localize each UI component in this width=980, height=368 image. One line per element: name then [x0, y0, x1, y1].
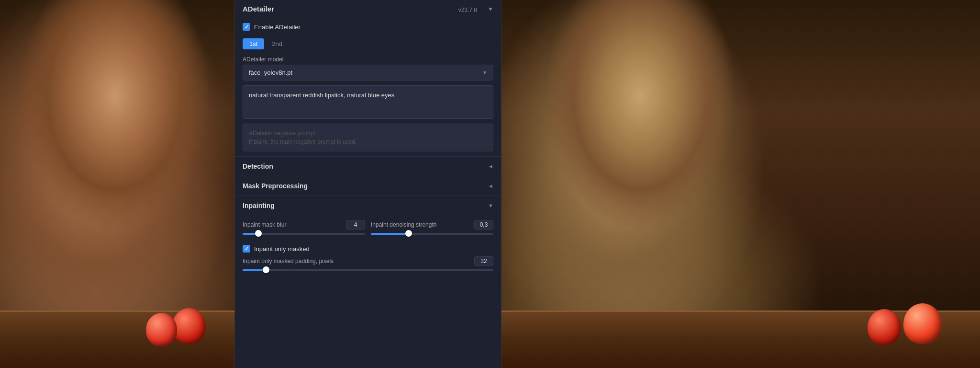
model-select[interactable]: face_yolov8n.pt ▼	[243, 65, 493, 80]
tabs-row: 1st 2nd	[235, 35, 501, 52]
select-arrow-icon: ▼	[482, 70, 487, 75]
inpainting-title: Inpainting	[243, 202, 275, 209]
enable-label: Enable ADetailer	[254, 23, 301, 31]
mask-blur-group: Inpaint mask blur 4	[243, 220, 365, 241]
inpainting-section-header[interactable]: Inpainting ▼	[235, 196, 501, 215]
tab-first[interactable]: 1st	[243, 38, 264, 49]
enable-row: Enable ADetailer	[235, 18, 501, 35]
denoising-group: Inpaint denoising strength 0,3	[371, 220, 493, 241]
dual-sliders-row: Inpaint mask blur 4 Inpaint denoising st…	[243, 220, 493, 241]
denoising-label: Inpaint denoising strength	[371, 221, 436, 228]
inpaint-only-masked-row: Inpaint only masked	[243, 245, 493, 253]
enable-checkbox[interactable]	[243, 23, 250, 31]
mask-blur-slider[interactable]	[243, 232, 365, 235]
padding-thumb[interactable]	[263, 266, 269, 273]
inpaint-only-masked-label: Inpaint only masked	[254, 245, 310, 253]
mask-blur-value[interactable]: 4	[346, 220, 365, 230]
mask-preprocessing-arrow-icon: ◄	[488, 183, 493, 189]
model-label: ADetailer model	[235, 52, 501, 65]
inpainting-arrow-icon: ▼	[488, 203, 493, 208]
padding-track	[243, 269, 493, 271]
panel-collapse-icon[interactable]: ▼	[488, 6, 493, 12]
denoising-slider[interactable]	[371, 232, 493, 235]
adetailer-panel: ADetailer v23.7.8 ▼ Enable ADetailer 1st…	[234, 0, 501, 368]
mask-blur-label: Inpaint mask blur	[243, 221, 286, 228]
background-right	[497, 0, 980, 368]
negative-placeholder-line1: ADetailer negative prompt	[249, 129, 487, 138]
padding-header: Inpaint only masked padding, pixels 32	[243, 256, 493, 266]
panel-header: ADetailer v23.7.8 ▼	[235, 0, 501, 18]
mask-preprocessing-section-header[interactable]: Mask Preprocessing ◄	[235, 176, 501, 196]
model-select-value: face_yolov8n.pt	[249, 69, 292, 76]
prompt-value: natural transparent reddish lipstick, na…	[249, 92, 394, 99]
padding-label: Inpaint only masked padding, pixels	[243, 258, 334, 264]
denoising-thumb[interactable]	[405, 230, 412, 237]
denoising-value[interactable]: 0,3	[474, 220, 493, 230]
negative-prompt-area[interactable]: ADetailer negative prompt If blank, the …	[243, 124, 493, 151]
mask-blur-thumb[interactable]	[255, 230, 262, 237]
background-left	[0, 0, 234, 368]
apple-decoration-right	[903, 303, 942, 344]
padding-value[interactable]: 32	[474, 256, 493, 266]
inpaint-only-masked-checkbox[interactable]	[243, 245, 250, 253]
denoising-header: Inpaint denoising strength 0,3	[371, 220, 493, 230]
mask-preprocessing-title: Mask Preprocessing	[243, 182, 308, 190]
detection-arrow-icon: ◄	[488, 163, 493, 169]
apple-decoration-right-2	[868, 309, 901, 345]
negative-placeholder-line2: If blank, the main negative prompt is us…	[249, 138, 487, 146]
denoising-fill	[371, 233, 408, 235]
apple-decoration-left-2	[146, 313, 177, 346]
denoising-track	[371, 233, 493, 235]
detection-section-header[interactable]: Detection ◄	[235, 156, 501, 176]
inpainting-content: Inpaint mask blur 4 Inpaint denoising st…	[235, 215, 501, 278]
detection-title: Detection	[243, 162, 273, 170]
mask-blur-header: Inpaint mask blur 4	[243, 220, 365, 230]
panel-title: ADetailer	[243, 5, 274, 13]
prompt-textarea[interactable]: natural transparent reddish lipstick, na…	[243, 85, 493, 119]
tab-second[interactable]: 2nd	[265, 38, 289, 49]
version-label: v23.7.8	[458, 7, 477, 13]
padding-slider[interactable]	[243, 269, 493, 272]
apple-decoration-left	[172, 308, 206, 344]
